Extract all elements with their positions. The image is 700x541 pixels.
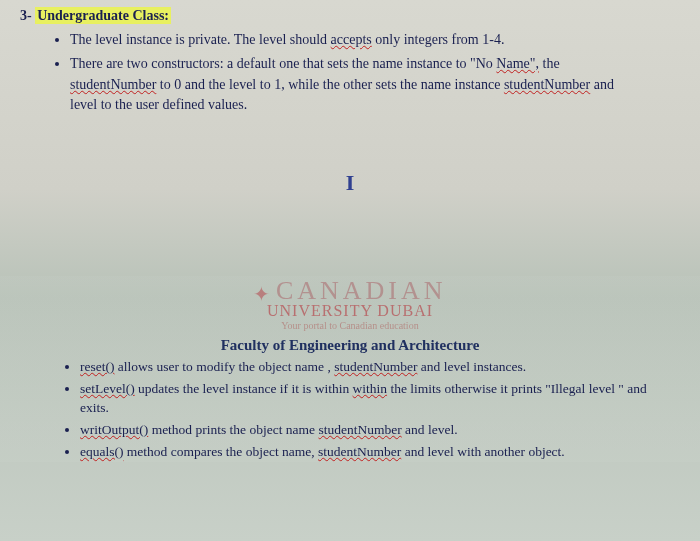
- text: The level instance is private. The level…: [70, 32, 331, 47]
- bullet-list-top: The level instance is private. The level…: [40, 30, 680, 115]
- list-item: writOutput() method prints the object na…: [80, 421, 660, 440]
- method-list: reset() allows user to modify the object…: [50, 358, 680, 461]
- heading-prefix: 3-: [20, 8, 32, 23]
- text: method prints the object name: [148, 422, 318, 437]
- text: and level.: [402, 422, 458, 437]
- list-item: equals() method compares the object name…: [80, 443, 660, 462]
- spelling-error: studentNumber: [70, 77, 156, 92]
- spelling-error: accepts: [331, 32, 372, 47]
- spelling-error: Name",: [496, 56, 539, 71]
- text: to 0 and the level to 1, while the other…: [156, 77, 504, 92]
- text: There are two constructors: a default on…: [70, 56, 496, 71]
- list-item: There are two constructors: a default on…: [70, 54, 640, 115]
- text: updates the level instance if it is with…: [135, 381, 353, 396]
- page-gap: [0, 216, 700, 276]
- logo-line1: CANADIAN: [276, 276, 447, 305]
- top-section: 3- Undergraduate Class: The level instan…: [0, 0, 700, 216]
- spelling-error: setLevel(): [80, 381, 135, 396]
- text: only integers from 1-4.: [372, 32, 505, 47]
- spelling-error: studentNumber: [318, 444, 401, 459]
- section-heading: Undergraduate Class:: [35, 7, 171, 24]
- bottom-section: ✦ CANADIAN UNIVERSITY DUBAI Your portal …: [0, 276, 700, 461]
- spelling-error: writOutput(): [80, 422, 148, 437]
- spelling-error: within: [353, 381, 388, 396]
- list-item: reset() allows user to modify the object…: [80, 358, 660, 377]
- list-item: The level instance is private. The level…: [70, 30, 640, 50]
- university-logo: ✦ CANADIAN UNIVERSITY DUBAI Your portal …: [20, 276, 680, 331]
- logo-line2: UNIVERSITY DUBAI: [20, 302, 680, 320]
- text: and level with another object.: [401, 444, 564, 459]
- spelling-error: studentNumber: [334, 359, 417, 374]
- list-item: setLevel() updates the level instance if…: [80, 380, 660, 418]
- faculty-heading: Faculty of Engineering and Architecture: [20, 337, 680, 354]
- text: method compares the object name,: [123, 444, 318, 459]
- logo-tagline: Your portal to Canadian education: [20, 320, 680, 331]
- text-cursor: I: [20, 170, 680, 196]
- spelling-error: equals(): [80, 444, 123, 459]
- spelling-error: studentNumber: [318, 422, 401, 437]
- text: and level instances.: [417, 359, 526, 374]
- spelling-error: reset(): [80, 359, 114, 374]
- text: the: [539, 56, 560, 71]
- text: allows user to modify the object name ,: [114, 359, 334, 374]
- spelling-error: studentNumber: [504, 77, 590, 92]
